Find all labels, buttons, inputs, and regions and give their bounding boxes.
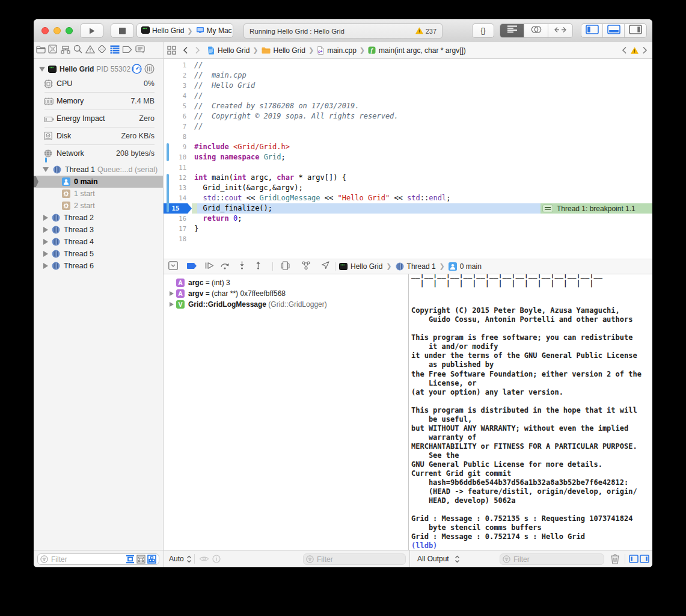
thread-row-thread-2[interactable]: Thread 2 (34, 212, 163, 224)
disclosure-right-icon[interactable] (43, 215, 48, 221)
gauge-row-disk[interactable]: DiskZero KB/s (34, 128, 163, 145)
stack-frame-row-0-main[interactable]: 0 main (34, 176, 163, 188)
code-line-17[interactable]: 17} (164, 224, 652, 234)
source-editor[interactable]: 1//2// main.cpp3// Hello Grid4//5// Crea… (164, 59, 652, 259)
disclosure-down-icon[interactable] (43, 167, 49, 172)
code-line-3[interactable]: 3// Hello Grid (164, 81, 652, 91)
stepper-icon[interactable] (455, 555, 460, 563)
thread-row-thread-6[interactable]: Thread 6 (34, 260, 163, 272)
version-editor-button[interactable] (548, 24, 572, 37)
go-back-button[interactable] (183, 46, 188, 54)
code-line-16[interactable]: 16 return 0; (164, 214, 652, 224)
debug-jump-bar-item[interactable]: 0 main (449, 262, 482, 271)
stack-frame-row-1-start[interactable]: 1 start (34, 188, 163, 200)
code-line-13[interactable]: 13 Grid_init(&argc,&argv); (164, 183, 652, 193)
threads-view-button[interactable] (144, 64, 155, 74)
next-issue-button[interactable] (642, 46, 648, 54)
thread-row-thread-5[interactable]: Thread 5 (34, 248, 163, 260)
debug-jump-bar-item[interactable]: Thread 1 (396, 262, 436, 271)
jump-bar-item[interactable]: Hello Grid (207, 46, 250, 55)
disclosure-right-icon[interactable] (43, 251, 48, 257)
toggle-variables-view-button[interactable] (629, 555, 639, 563)
stack-frame-row-2-start[interactable]: 2 start (34, 200, 163, 212)
gauge-row-cpu[interactable]: CPU0% (34, 75, 163, 93)
warning-count-button[interactable]: 237 (415, 27, 436, 35)
step-out-button[interactable] (252, 261, 264, 272)
thread-row-thread-4[interactable]: Thread 4 (34, 236, 163, 248)
process-hierarchy-button[interactable] (136, 555, 145, 564)
code-line-7[interactable]: 7// (164, 122, 652, 132)
minimize-button[interactable] (54, 27, 61, 34)
report-navigator-tab[interactable] (135, 45, 145, 55)
variable-row-Grid::GridLogMessage[interactable]: VGrid::GridLogMessage (Grid::GridLogger) (164, 299, 408, 310)
find-navigator-tab[interactable] (73, 45, 83, 55)
breakpoints-toggle-button[interactable] (186, 261, 198, 272)
console-filter-field[interactable]: Filter (500, 553, 604, 565)
run-button[interactable] (80, 23, 103, 38)
symbol-navigator-tab[interactable] (60, 45, 70, 55)
jump-bar-warning-icon[interactable] (631, 47, 639, 54)
code-line-18[interactable]: 18 (164, 234, 652, 244)
go-forward-button[interactable] (195, 46, 200, 54)
info-icon[interactable] (212, 555, 221, 563)
related-items-icon[interactable] (167, 46, 176, 55)
disclosure-right-icon[interactable] (170, 302, 174, 307)
debug-jump-bar-item[interactable]: Hello Grid (339, 262, 382, 271)
running-blocks-filter-button[interactable] (147, 555, 156, 564)
code-line-12[interactable]: 12int main(int argc, char * argv[]) { (164, 173, 652, 183)
console-output-popup[interactable]: All Output (417, 555, 449, 563)
standard-editor-button[interactable] (500, 24, 524, 37)
gauge-row-network[interactable]: Network208 bytes/s (34, 145, 163, 162)
code-line-1[interactable]: 1// (164, 60, 652, 70)
disclosure-down-icon[interactable] (39, 67, 45, 72)
assistant-editor-button[interactable] (524, 24, 548, 37)
toggle-navigator-panel-button[interactable] (581, 24, 603, 37)
scheme-selector[interactable]: Hello Grid ❯ My Mac (136, 23, 233, 38)
variables-scope-popup[interactable]: Auto (169, 555, 184, 563)
code-line-14[interactable]: 14 std::cout << GridLogMessage << "Hello… (164, 193, 652, 203)
code-line-4[interactable]: 4// (164, 91, 652, 101)
code-review-button[interactable]: {} (472, 23, 494, 38)
code-line-15[interactable]: Grid_finalize(); (164, 203, 652, 214)
disclosure-right-icon[interactable] (43, 239, 48, 245)
memory-graph-button[interactable] (300, 261, 312, 272)
project-navigator-tab[interactable] (35, 45, 46, 55)
view-hierarchy-button[interactable] (279, 261, 291, 272)
toggle-console-view-button[interactable] (640, 555, 649, 563)
disclosure-right-icon[interactable] (43, 263, 48, 269)
variable-row-argv[interactable]: Aargv = (char **) 0x7ffeefbff568 (164, 288, 408, 299)
hide-debug-area-button[interactable] (167, 261, 179, 272)
process-row[interactable]: Hello Grid PID 55302 (34, 64, 163, 75)
stop-button[interactable] (111, 23, 134, 38)
previous-issue-button[interactable] (622, 46, 627, 54)
gauge-row-energy-impact[interactable]: Energy ImpactZero (34, 110, 163, 128)
eye-icon[interactable] (199, 555, 209, 562)
code-line-2[interactable]: 2// main.cpp (164, 70, 652, 81)
step-into-button[interactable] (236, 261, 248, 272)
jump-bar-item[interactable]: fmain(int argc, char * argv[]) (368, 46, 466, 55)
variable-row-argc[interactable]: Aargc = (int) 3 (164, 277, 408, 288)
variables-filter-field[interactable]: Filter (303, 553, 406, 565)
code-line-8[interactable]: 8 (164, 132, 652, 142)
thread-row-thread-1[interactable]: Thread 1Queue:...d (serial) (34, 164, 163, 176)
breakpoint-navigator-tab[interactable] (122, 45, 132, 55)
test-navigator-tab[interactable] (97, 45, 107, 55)
disclosure-right-icon[interactable] (43, 227, 48, 233)
gauge-row-memory[interactable]: Memory7.4 MB (34, 93, 163, 110)
code-line-10[interactable]: 10using namespace Grid; (164, 152, 652, 162)
step-over-button[interactable] (219, 261, 231, 272)
variables-view[interactable]: Aargc = (int) 3Aargv = (char **) 0x7ffee… (164, 274, 409, 550)
clear-console-button[interactable] (610, 553, 620, 564)
code-line-6[interactable]: 6// Copyright © 2019 sopa. All rights re… (164, 111, 652, 122)
toggle-inspector-panel-button[interactable] (625, 24, 646, 37)
gauge-view-button[interactable] (132, 64, 142, 74)
issue-navigator-tab[interactable] (85, 45, 95, 55)
close-button[interactable] (41, 27, 49, 34)
code-line-11[interactable]: 11 (164, 162, 652, 173)
code-line-5[interactable]: 5// Created by s1786208 on 17/03/2019. (164, 101, 652, 111)
source-control-navigator-tab[interactable] (47, 45, 58, 55)
console-view[interactable]: __|__|__|__|__|__|__|__|__|__|__|__|__|_… (409, 274, 652, 550)
jump-bar-item[interactable]: Hello Grid (262, 46, 305, 55)
simulate-location-button[interactable] (319, 261, 331, 272)
stepper-icon[interactable] (186, 555, 192, 563)
